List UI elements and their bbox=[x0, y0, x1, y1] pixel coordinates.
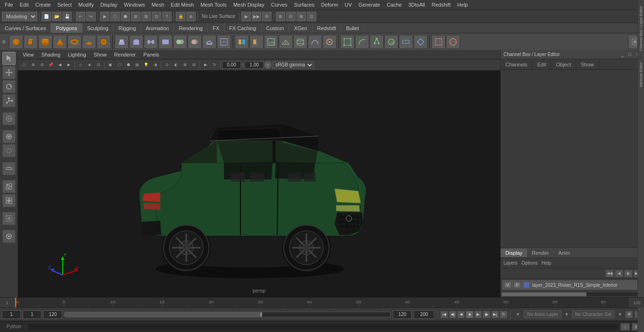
soft-select-btn[interactable] bbox=[2, 112, 16, 125]
range-scrubber[interactable] bbox=[64, 312, 391, 317]
shelf-gear-icon[interactable]: ⚙ bbox=[2, 40, 8, 44]
tab-sculpting[interactable]: Sculpting bbox=[83, 23, 114, 33]
menu-modify[interactable]: Modify bbox=[75, 1, 96, 8]
viewport-3d[interactable]: Y X Z persp bbox=[18, 71, 500, 297]
menu-generate[interactable]: Generate bbox=[355, 1, 383, 8]
hud-btn[interactable]: ⊟ bbox=[190, 61, 198, 69]
anim-layer-dropdown[interactable]: ▼ bbox=[563, 312, 570, 317]
layer-scrollbar[interactable] bbox=[502, 292, 643, 296]
layer-tab-render[interactable]: Render bbox=[527, 249, 553, 257]
transform-btn[interactable]: ⊕ bbox=[186, 12, 196, 21]
shelf-sphere[interactable] bbox=[9, 35, 23, 49]
pb-step-fwd-btn[interactable]: |▶ bbox=[483, 311, 490, 318]
shelf-separate[interactable] bbox=[235, 35, 249, 49]
shelf-mirror[interactable] bbox=[249, 35, 264, 49]
shelf-torus[interactable] bbox=[67, 35, 82, 49]
menu-mesh-tools[interactable]: Mesh Tools bbox=[198, 1, 229, 8]
cam-home-btn[interactable]: 🎥 bbox=[20, 61, 28, 69]
rvtab-channelbox[interactable]: Channel Box / Layer Editor bbox=[638, 50, 644, 55]
mode-select[interactable]: Modeling bbox=[2, 12, 37, 21]
pb-play-back-btn[interactable]: ◀ bbox=[457, 311, 465, 318]
shelf-boolean[interactable] bbox=[188, 35, 202, 49]
snap3-tool[interactable]: ⊡ bbox=[152, 12, 161, 21]
cam-fit-btn[interactable]: ⊞ bbox=[29, 61, 37, 69]
viewport-gamma-icon[interactable]: γ bbox=[264, 61, 272, 69]
shelf-cube[interactable] bbox=[24, 35, 38, 49]
menu-edit-mesh[interactable]: Edit Mesh bbox=[168, 1, 197, 8]
shelf-bevel[interactable] bbox=[129, 35, 143, 49]
smooth-shade-btn[interactable]: ⬢ bbox=[124, 61, 132, 69]
viewport-gamma-select[interactable]: sRGB gamma bbox=[272, 61, 314, 69]
rvtab-attreditor[interactable]: Attribute Editor bbox=[638, 58, 644, 91]
layers-opt[interactable]: Layers bbox=[504, 260, 518, 266]
shelf-cylindrical-map[interactable] bbox=[293, 35, 307, 49]
options-opt[interactable]: Options bbox=[521, 260, 537, 266]
selection-mode-btn[interactable] bbox=[2, 212, 16, 225]
tab-curves-surfaces[interactable]: Curves / Surfaces bbox=[0, 23, 51, 33]
menu-redshift[interactable]: Redshift bbox=[429, 1, 453, 8]
viewport-num1[interactable] bbox=[222, 61, 241, 69]
frame-field-2[interactable] bbox=[23, 310, 41, 319]
range-input-2[interactable] bbox=[393, 310, 412, 319]
tab-edit[interactable]: Edit bbox=[532, 60, 551, 69]
layer-sort-asc-btn[interactable]: ◀◀ bbox=[605, 270, 614, 277]
shelf-cylinder[interactable] bbox=[38, 35, 52, 49]
grid-add-btn[interactable] bbox=[2, 194, 16, 207]
anim-options-btn[interactable]: ⚙ bbox=[625, 311, 633, 318]
tab-rigging[interactable]: Rigging bbox=[114, 23, 141, 33]
frame-btn[interactable]: ⊞ bbox=[276, 12, 285, 21]
tab-custom[interactable]: Custom bbox=[262, 23, 289, 33]
shelf-icon-extra1[interactable] bbox=[399, 35, 413, 49]
scale-tool-btn[interactable] bbox=[2, 94, 16, 107]
cam-prev-btn[interactable]: ◀ bbox=[56, 61, 64, 69]
menu-surfaces[interactable]: Surfaces bbox=[291, 1, 317, 8]
shelf-merge[interactable] bbox=[158, 35, 173, 49]
pb-stop-btn[interactable]: ■ bbox=[466, 311, 473, 318]
tab-rendering[interactable]: Rendering bbox=[174, 23, 208, 33]
menu-edit[interactable]: Edit bbox=[17, 1, 32, 8]
tab-xgen[interactable]: XGen bbox=[289, 23, 312, 33]
shelf-lattice[interactable] bbox=[340, 35, 355, 49]
char-set-select[interactable]: No Character Set bbox=[572, 310, 615, 318]
menu-3dtool[interactable]: 3DtoAll bbox=[405, 1, 428, 8]
paint-tool[interactable]: ⬢ bbox=[121, 12, 130, 21]
layer-tab-display[interactable]: Display bbox=[501, 249, 527, 257]
new-file-btn[interactable]: 📄 bbox=[41, 12, 51, 21]
select-mode-btn[interactable] bbox=[2, 52, 16, 65]
show-manip-btn[interactable] bbox=[2, 130, 16, 143]
help-btn[interactable]: ? bbox=[162, 12, 172, 21]
range-input-1[interactable] bbox=[43, 310, 62, 319]
menu-create[interactable]: Create bbox=[33, 1, 54, 8]
vp-menu-show[interactable]: Show bbox=[92, 51, 109, 58]
shadow-btn[interactable]: ◑ bbox=[151, 61, 159, 69]
menu-cache[interactable]: Cache bbox=[384, 1, 405, 8]
tab-bullet[interactable]: Bullet bbox=[341, 23, 364, 33]
move-tool-btn[interactable] bbox=[2, 66, 16, 79]
lasso-tool[interactable]: ⬡ bbox=[110, 12, 120, 21]
layer-name-0[interactable]: layer_2023_Rivian_R1S_Simple_Interior bbox=[532, 283, 641, 288]
snap2-tool[interactable]: ⊠ bbox=[141, 12, 151, 21]
lock-btn[interactable]: 🔒 bbox=[176, 12, 185, 21]
component-btn[interactable]: ⊡ bbox=[94, 61, 103, 69]
lasso-sel-btn[interactable] bbox=[2, 144, 16, 157]
help-opt[interactable]: Help bbox=[541, 260, 551, 266]
shelf-copy-weights[interactable]: W bbox=[384, 35, 398, 49]
shelf-planar-map[interactable] bbox=[279, 35, 293, 49]
shelf-icon-extra3[interactable] bbox=[431, 35, 446, 49]
tab-show[interactable]: Show bbox=[576, 60, 599, 69]
python-input[interactable] bbox=[27, 323, 619, 331]
shelf-paint-skin[interactable] bbox=[322, 35, 337, 49]
menu-curves[interactable]: Curves bbox=[268, 1, 290, 8]
shelf-extrude[interactable] bbox=[115, 35, 129, 49]
wire-btn[interactable]: ⬡ bbox=[115, 61, 124, 69]
shelf-icon-extra4[interactable] bbox=[446, 35, 460, 49]
layout-btn[interactable]: ⊟ bbox=[286, 12, 296, 21]
measure-btn[interactable] bbox=[2, 162, 16, 175]
iso-select-btn[interactable]: ◈ bbox=[85, 61, 94, 69]
current-frame-input[interactable] bbox=[2, 310, 21, 319]
pb-step-back-btn[interactable]: ◀| bbox=[449, 311, 456, 318]
rotate-tool-btn[interactable] bbox=[2, 80, 16, 93]
shelf-plane[interactable] bbox=[82, 35, 96, 49]
tab-object[interactable]: Object bbox=[551, 60, 576, 69]
menu-deform[interactable]: Deform bbox=[318, 1, 341, 8]
